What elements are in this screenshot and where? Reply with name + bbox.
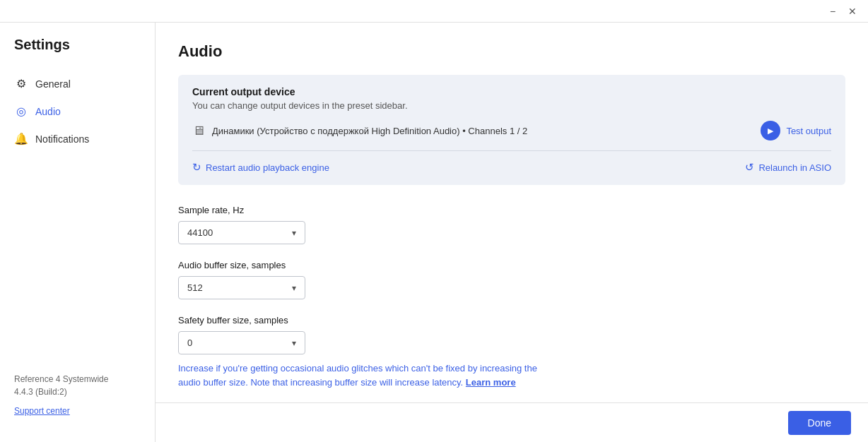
audio-icon: ◎ (14, 104, 28, 118)
test-output-label: Test output (786, 126, 831, 136)
main-scroll-area: Audio Current output device You can chan… (156, 23, 868, 402)
relaunch-icon: ↺ (745, 161, 754, 174)
sidebar-item-audio-label: Audio (35, 106, 61, 117)
sample-rate-select[interactable]: 44100 ▾ (178, 221, 305, 244)
support-center-link[interactable]: Support center (14, 406, 70, 416)
speaker-icon: 🖥 (192, 124, 205, 138)
play-icon: ▶ (761, 121, 780, 141)
safety-buffer-label: Safety buffer size, samples (178, 315, 845, 325)
device-name: Динамики (Устройство с поддержкой High D… (212, 126, 527, 136)
chevron-down-icon: ▾ (292, 283, 296, 293)
bell-icon: 🔔 (14, 132, 28, 145)
safety-buffer-field: Safety buffer size, samples 0 ▾ Increase… (178, 315, 845, 389)
test-output-button[interactable]: ▶ Test output (761, 121, 831, 141)
sample-rate-label: Sample rate, Hz (178, 205, 845, 215)
device-card: Current output device You can change out… (178, 75, 845, 185)
close-button[interactable]: ✕ (843, 1, 862, 21)
safety-buffer-value: 0 (187, 338, 192, 348)
page-title: Audio (178, 42, 845, 61)
actions-row: ↻ Restart audio playback engine ↺ Relaun… (192, 161, 831, 174)
restart-label: Restart audio playback engine (206, 162, 329, 173)
sidebar-item-general-label: General (35, 78, 71, 90)
sidebar-nav: ⚙ General ◎ Audio 🔔 Notifications (0, 70, 155, 362)
restart-icon: ↻ (192, 161, 201, 174)
chevron-down-icon: ▾ (292, 228, 296, 238)
sample-rate-value: 44100 (187, 227, 213, 238)
helper-text: Increase if you're getting occasional au… (178, 362, 553, 389)
buffer-size-label: Audio buffer size, samples (178, 260, 845, 270)
safety-buffer-select[interactable]: 0 ▾ (178, 331, 305, 354)
buffer-size-select[interactable]: 512 ▾ (178, 276, 305, 299)
app-container: Settings ⚙ General ◎ Audio 🔔 Notificatio… (0, 23, 868, 442)
device-card-subtitle: You can change output devices in the pre… (192, 100, 831, 111)
minimize-button[interactable]: − (823, 1, 843, 21)
sidebar: Settings ⚙ General ◎ Audio 🔔 Notificatio… (0, 23, 156, 442)
sample-rate-field: Sample rate, Hz 44100 ▾ (178, 205, 845, 244)
sidebar-item-notifications-label: Notifications (35, 133, 89, 145)
sidebar-item-audio[interactable]: ◎ Audio (0, 97, 155, 125)
learn-more-link[interactable]: Learn more (466, 377, 516, 388)
sidebar-item-notifications[interactable]: 🔔 Notifications (0, 125, 155, 153)
buffer-size-value: 512 (187, 282, 203, 293)
restart-audio-button[interactable]: ↻ Restart audio playback engine (192, 161, 329, 174)
device-info: 🖥 Динамики (Устройство с поддержкой High… (192, 124, 527, 138)
chevron-down-icon: ▾ (292, 338, 296, 348)
buffer-size-field: Audio buffer size, samples 512 ▾ (178, 260, 845, 299)
sidebar-footer: Reference 4 Systemwide 4.4.3 (Build:2) S… (0, 362, 155, 428)
device-row: 🖥 Динамики (Устройство с поддержкой High… (192, 121, 831, 151)
device-card-title: Current output device (192, 86, 831, 97)
sidebar-item-general[interactable]: ⚙ General (0, 70, 155, 97)
version-text: Reference 4 Systemwide 4.4.3 (Build:2) (14, 373, 141, 398)
done-button[interactable]: Done (788, 411, 851, 435)
relaunch-asio-button[interactable]: ↺ Relaunch in ASIO (745, 161, 831, 174)
gear-icon: ⚙ (14, 77, 28, 90)
footer-bar: Done (156, 402, 868, 442)
title-bar: − ✕ (0, 0, 868, 23)
sidebar-title: Settings (0, 37, 155, 70)
main-content: Audio Current output device You can chan… (156, 23, 868, 442)
relaunch-label: Relaunch in ASIO (758, 162, 831, 173)
